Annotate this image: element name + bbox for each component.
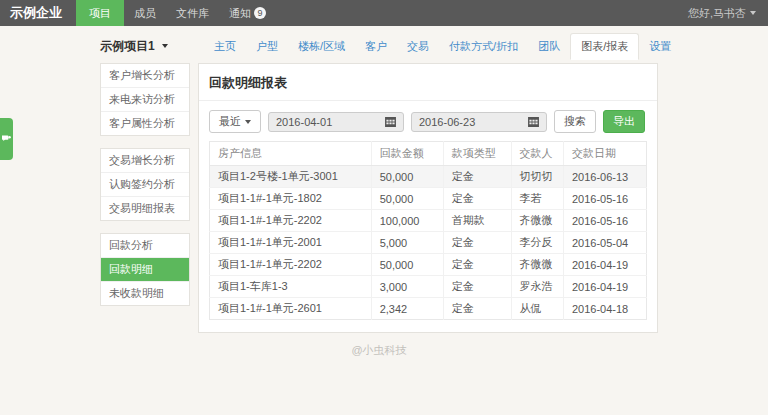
topmenu-item-label: 成员 xyxy=(134,6,156,21)
topmenu-item[interactable]: 文件库 xyxy=(166,0,219,26)
notification-badge: 9 xyxy=(254,7,266,19)
sidebar-group: 交易增长分析认购签约分析交易明细报表 xyxy=(100,148,190,221)
table-cell: 李分反 xyxy=(511,232,563,254)
topbar: 示例企业 项目成员文件库通知9 您好,马书杏 xyxy=(0,0,768,26)
chat-bubble-icon xyxy=(2,135,11,143)
table-cell: 定金 xyxy=(443,276,511,298)
table-row[interactable]: 项目1-1#-1单元-180250,000定金李若2016-05-16 xyxy=(210,188,647,210)
table-cell: 5,000 xyxy=(371,232,443,254)
subnav-tab[interactable]: 图表/报表 xyxy=(570,33,639,60)
table-cell: 齐微微 xyxy=(511,254,563,276)
table-row[interactable]: 项目1-2号楼-1单元-300150,000定金切切切2016-06-13 xyxy=(210,166,647,188)
table-cell: 齐微微 xyxy=(511,210,563,232)
column-header: 房产信息 xyxy=(210,142,372,166)
chevron-down-icon xyxy=(750,11,756,15)
table-cell: 项目1-车库1-3 xyxy=(210,276,372,298)
table-cell: 2016-05-04 xyxy=(563,232,646,254)
table-cell: 2016-04-19 xyxy=(563,276,646,298)
content: 客户增长分析来电来访分析客户属性分析交易增长分析认购签约分析交易明细报表回款分析… xyxy=(100,63,658,333)
table-cell: 项目1-1#-1单元-1802 xyxy=(210,188,372,210)
table-row[interactable]: 项目1-1#-1单元-26012,342定金从侃2016-04-18 xyxy=(210,298,647,320)
page-title: 回款明细报表 xyxy=(199,64,657,101)
table-cell: 2016-05-16 xyxy=(563,210,646,232)
subnav-tab[interactable]: 交易 xyxy=(397,34,439,59)
search-button[interactable]: 搜索 xyxy=(554,110,596,133)
chevron-down-icon xyxy=(245,120,251,124)
sidebar-item[interactable]: 回款分析 xyxy=(101,234,189,258)
column-header: 回款金额 xyxy=(371,142,443,166)
table-row[interactable]: 项目1-1#-1单元-220250,000定金齐微微2016-04-19 xyxy=(210,254,647,276)
subnav-tab[interactable]: 设置 xyxy=(639,34,681,59)
table-cell: 定金 xyxy=(443,232,511,254)
report-panel: 回款明细报表 最近 2016-04-01 2016-06-23 搜索 导出 房产… xyxy=(198,63,658,333)
table-cell: 50,000 xyxy=(371,166,443,188)
table-cell: 定金 xyxy=(443,298,511,320)
brand: 示例企业 xyxy=(0,0,76,26)
date-from-input[interactable]: 2016-04-01 xyxy=(268,112,404,132)
topmenu-item-label: 文件库 xyxy=(176,6,209,21)
table-cell: 罗永浩 xyxy=(511,276,563,298)
range-dropdown[interactable]: 最近 xyxy=(209,110,261,133)
sidebar-item[interactable]: 未收款明细 xyxy=(101,282,189,305)
project-switcher[interactable]: 示例项目1 xyxy=(100,38,168,55)
sidebar-item[interactable]: 交易增长分析 xyxy=(101,149,189,173)
user-greeting: 您好,马书杏 xyxy=(688,6,746,21)
calendar-icon xyxy=(528,117,539,127)
table-cell: 切切切 xyxy=(511,166,563,188)
table-cell: 项目1-1#-1单元-2001 xyxy=(210,232,372,254)
table-cell: 3,000 xyxy=(371,276,443,298)
table-cell: 从侃 xyxy=(511,298,563,320)
sidebar-item[interactable]: 客户增长分析 xyxy=(101,64,189,88)
user-menu[interactable]: 您好,马书杏 xyxy=(688,0,768,26)
column-header: 交款人 xyxy=(511,142,563,166)
table-row[interactable]: 项目1-1#-1单元-20015,000定金李分反2016-05-04 xyxy=(210,232,647,254)
table-cell: 李若 xyxy=(511,188,563,210)
sidebar-group: 回款分析回款明细未收款明细 xyxy=(100,233,190,306)
date-to-input[interactable]: 2016-06-23 xyxy=(411,112,547,132)
subnav-tab[interactable]: 楼栋/区域 xyxy=(288,34,355,59)
subnav-tab[interactable]: 客户 xyxy=(355,34,397,59)
table-cell: 项目1-1#-1单元-2601 xyxy=(210,298,372,320)
sidebar-group: 客户增长分析来电来访分析客户属性分析 xyxy=(100,63,190,136)
table-cell: 100,000 xyxy=(371,210,443,232)
topmenu-item[interactable]: 项目 xyxy=(76,0,124,26)
feedback-tab[interactable] xyxy=(0,118,13,160)
subnav-tabs: 主页户型楼栋/区域客户交易付款方式/折扣团队图表/报表设置 xyxy=(204,33,681,59)
subnav-tab[interactable]: 团队 xyxy=(528,34,570,59)
table-body: 项目1-2号楼-1单元-300150,000定金切切切2016-06-13项目1… xyxy=(210,166,647,320)
table-cell: 项目1-1#-1单元-2202 xyxy=(210,210,372,232)
date-from-value: 2016-04-01 xyxy=(276,116,332,128)
table-header-row: 房产信息回款金额款项类型交款人交款日期 xyxy=(210,142,647,166)
table-row[interactable]: 项目1-车库1-33,000定金罗永浩2016-04-19 xyxy=(210,276,647,298)
column-header: 款项类型 xyxy=(443,142,511,166)
subnav-tab[interactable]: 主页 xyxy=(204,34,246,59)
subnav-tab[interactable]: 付款方式/折扣 xyxy=(439,34,528,59)
sidebar: 客户增长分析来电来访分析客户属性分析交易增长分析认购签约分析交易明细报表回款分析… xyxy=(100,63,190,333)
topbar-menu: 项目成员文件库通知9 xyxy=(76,0,276,26)
table-row[interactable]: 项目1-1#-1单元-2202100,000首期款齐微微2016-05-16 xyxy=(210,210,647,232)
table-cell: 50,000 xyxy=(371,188,443,210)
table-cell: 定金 xyxy=(443,188,511,210)
table-cell: 项目1-2号楼-1单元-3001 xyxy=(210,166,372,188)
table-cell: 2016-04-19 xyxy=(563,254,646,276)
sidebar-item[interactable]: 认购签约分析 xyxy=(101,173,189,197)
table-cell: 项目1-1#-1单元-2202 xyxy=(210,254,372,276)
calendar-icon xyxy=(385,117,396,127)
topmenu-item[interactable]: 成员 xyxy=(124,0,166,26)
filter-bar: 最近 2016-04-01 2016-06-23 搜索 导出 xyxy=(199,101,657,141)
sidebar-item[interactable]: 客户属性分析 xyxy=(101,112,189,135)
table-cell: 2,342 xyxy=(371,298,443,320)
table-cell: 2016-06-13 xyxy=(563,166,646,188)
topmenu-item-label: 项目 xyxy=(89,6,111,21)
table-cell: 2016-04-18 xyxy=(563,298,646,320)
export-button[interactable]: 导出 xyxy=(603,110,645,133)
report-table-wrap: 房产信息回款金额款项类型交款人交款日期 项目1-2号楼-1单元-300150,0… xyxy=(199,141,657,332)
sidebar-item[interactable]: 回款明细 xyxy=(101,258,189,282)
topmenu-item[interactable]: 通知9 xyxy=(219,0,276,26)
sidebar-item[interactable]: 交易明细报表 xyxy=(101,197,189,220)
sidebar-item[interactable]: 来电来访分析 xyxy=(101,88,189,112)
subnav-tab[interactable]: 户型 xyxy=(246,34,288,59)
table-cell: 首期款 xyxy=(443,210,511,232)
table-cell: 定金 xyxy=(443,254,511,276)
subnav: 示例项目1 主页户型楼栋/区域客户交易付款方式/折扣团队图表/报表设置 xyxy=(100,33,768,59)
